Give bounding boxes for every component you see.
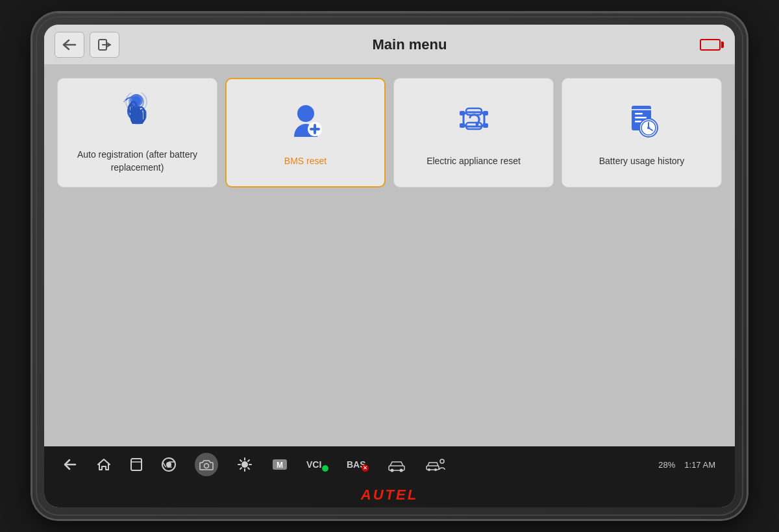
android-recents-icon[interactable] <box>130 457 143 472</box>
svg-rect-31 <box>131 459 142 470</box>
svg-rect-23 <box>635 117 647 119</box>
android-back-icon[interactable] <box>64 459 78 470</box>
brand-bar: AUTEL <box>44 483 735 507</box>
menu-card-bms-reset[interactable]: BMS reset <box>225 78 386 187</box>
svg-point-53 <box>391 469 394 472</box>
menu-card-auto-registration[interactable]: Auto registration (after battery replace… <box>57 78 217 187</box>
svg-point-38 <box>204 464 209 468</box>
svg-rect-19 <box>483 123 488 128</box>
status-icons: 28% 1:17 AM <box>658 460 715 470</box>
svg-rect-22 <box>635 113 643 115</box>
tablet-device: Main menu <box>32 13 747 519</box>
bms-reset-icon <box>282 98 329 145</box>
svg-point-57 <box>434 468 437 471</box>
menu-grid: Auto registration (after battery replace… <box>57 78 722 187</box>
svg-rect-16 <box>460 111 465 115</box>
car-icon[interactable] <box>387 457 406 472</box>
svg-point-54 <box>400 469 403 472</box>
main-content: Auto registration (after battery replace… <box>44 65 735 446</box>
app-bar: Main menu <box>44 25 735 65</box>
vci-icon: VCI <box>306 457 328 472</box>
svg-rect-12 <box>310 128 320 130</box>
svg-line-46 <box>240 468 241 469</box>
menu-card-electric-reset[interactable]: Electric appliance reset <box>393 78 554 187</box>
android-nav-bar: M VCI BAS ✕ <box>44 446 735 483</box>
current-time: 1:17 AM <box>684 460 715 470</box>
auto-registration-icon <box>114 91 161 138</box>
chrome-icon[interactable] <box>161 457 177 472</box>
svg-point-58 <box>440 459 444 463</box>
bms-reset-label: BMS reset <box>284 155 327 168</box>
svg-rect-18 <box>460 123 465 128</box>
tablet-screen: Main menu <box>44 25 735 507</box>
svg-line-44 <box>240 460 241 461</box>
svg-rect-17 <box>483 111 488 115</box>
android-home-icon[interactable] <box>96 457 112 472</box>
svg-text:M: M <box>277 461 283 470</box>
person-car-icon[interactable] <box>425 457 445 472</box>
bas-icon: BAS ✕ <box>347 457 369 472</box>
svg-point-9 <box>297 105 314 122</box>
svg-text:VCI: VCI <box>306 459 321 470</box>
svg-point-39 <box>241 461 248 468</box>
camera-icon[interactable] <box>195 453 218 476</box>
brightness-icon[interactable] <box>236 457 253 472</box>
svg-point-34 <box>166 462 171 467</box>
svg-line-45 <box>248 468 249 469</box>
bas-error-dot: ✕ <box>362 465 369 472</box>
svg-point-29 <box>647 127 650 129</box>
android-nav-icons: M VCI BAS ✕ <box>64 453 445 476</box>
battery-history-label: Battery usage history <box>599 155 685 168</box>
menu-card-battery-history[interactable]: Battery usage history <box>562 78 722 187</box>
nav-buttons <box>55 32 119 58</box>
battery-indicator <box>700 38 724 52</box>
svg-line-47 <box>248 460 249 461</box>
bt-connected-dot <box>322 465 328 472</box>
m-icon[interactable]: M <box>271 457 288 472</box>
electric-reset-label: Electric appliance reset <box>427 155 521 168</box>
electric-reset-icon <box>451 98 497 145</box>
back-button[interactable] <box>55 32 84 58</box>
brand-name: AUTEL <box>361 487 418 503</box>
battery-percent: 28% <box>658 460 675 470</box>
exit-button[interactable] <box>90 32 119 58</box>
svg-point-56 <box>428 468 430 471</box>
page-title: Main menu <box>119 36 700 53</box>
battery-history-icon <box>619 98 665 145</box>
auto-registration-label: Auto registration (after battery replace… <box>68 149 206 174</box>
